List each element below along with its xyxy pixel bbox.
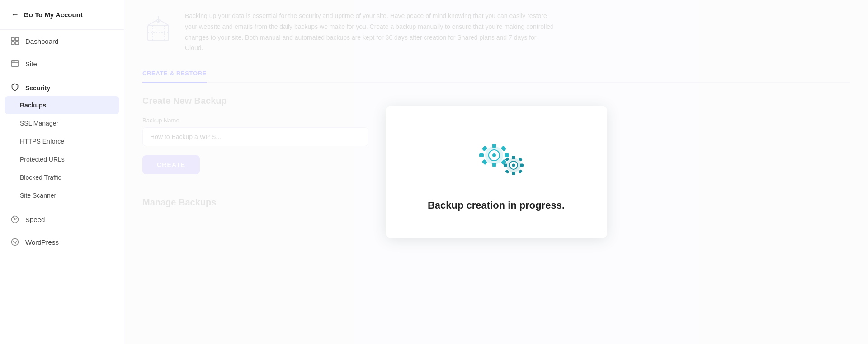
- svg-rect-22: [479, 153, 484, 157]
- sidebar-item-dashboard-label: Dashboard: [25, 37, 58, 45]
- modal-message: Backup creation in progress.: [428, 200, 565, 211]
- sidebar-item-speed[interactable]: Speed: [0, 208, 124, 231]
- sidebar-section-security[interactable]: Security: [0, 75, 124, 96]
- sidebar-item-https-enforce[interactable]: HTTPS Enforce: [0, 132, 124, 150]
- svg-rect-1: [15, 37, 19, 41]
- modal-overlay: Backup creation in progress.: [124, 0, 868, 344]
- wordpress-icon: W: [11, 238, 19, 246]
- sidebar-item-ssl-manager[interactable]: SSL Manager: [0, 114, 124, 132]
- sidebar-item-blocked-traffic[interactable]: Blocked Traffic: [0, 168, 124, 186]
- sidebar-item-dashboard[interactable]: Dashboard: [0, 30, 124, 52]
- sidebar-item-wordpress-label: WordPress: [25, 238, 59, 246]
- svg-rect-32: [512, 156, 515, 159]
- sidebar-item-wordpress[interactable]: W WordPress: [0, 231, 124, 253]
- gears-icon: [467, 133, 526, 187]
- sidebar: ← Go To My Account Dashboard Site: [0, 0, 124, 344]
- back-arrow-icon: ←: [11, 10, 19, 19]
- svg-point-31: [512, 164, 515, 167]
- svg-rect-20: [492, 144, 496, 148]
- modal-card: Backup creation in progress.: [386, 106, 607, 238]
- security-icon: [11, 83, 19, 93]
- speed-icon: [11, 215, 19, 223]
- svg-rect-0: [11, 37, 14, 41]
- svg-rect-35: [520, 164, 524, 167]
- go-to-account-button[interactable]: ← Go To My Account: [0, 0, 124, 30]
- svg-point-7: [14, 61, 15, 62]
- svg-rect-21: [492, 163, 496, 167]
- sidebar-section-security-label: Security: [25, 84, 50, 92]
- svg-point-19: [492, 153, 496, 157]
- sidebar-item-protected-urls[interactable]: Protected URLs: [0, 150, 124, 168]
- sidebar-item-backups[interactable]: Backups: [5, 96, 119, 114]
- sidebar-item-speed-label: Speed: [25, 216, 45, 223]
- svg-rect-34: [504, 164, 507, 167]
- svg-rect-2: [11, 42, 14, 45]
- svg-rect-23: [505, 153, 509, 157]
- svg-text:W: W: [13, 240, 17, 245]
- svg-rect-3: [15, 42, 19, 45]
- sidebar-item-site-scanner[interactable]: Site Scanner: [0, 186, 124, 205]
- go-to-account-label: Go To My Account: [24, 11, 83, 19]
- sidebar-item-site-label: Site: [25, 60, 37, 68]
- site-icon: [11, 60, 19, 68]
- sidebar-item-site[interactable]: Site: [0, 52, 124, 75]
- svg-rect-33: [512, 172, 515, 175]
- dashboard-icon: [11, 37, 19, 45]
- svg-point-6: [13, 61, 14, 62]
- svg-rect-4: [11, 61, 19, 66]
